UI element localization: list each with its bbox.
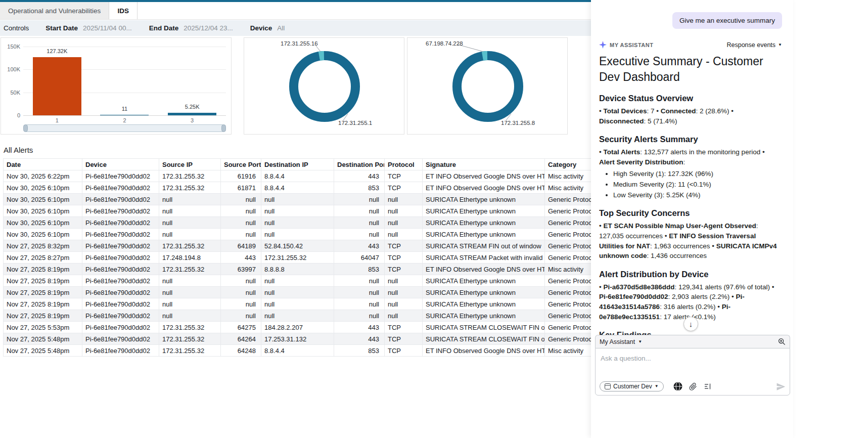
table-cell: ET INFO Observed Google DNS over HTTP... [423, 170, 545, 182]
table-cell: 443 [334, 170, 385, 182]
column-header[interactable]: Destination IP [261, 159, 334, 170]
table-cell: Nov 30, 2025 6:22pm [4, 170, 82, 182]
table-cell: Generic Protocol [545, 194, 591, 205]
send-button[interactable] [776, 382, 786, 391]
table-cell: SURICATA STREAM FIN out of window [423, 240, 545, 252]
filter-end-date-value[interactable]: 2025/12/04 23... [184, 24, 233, 32]
filter-device-value[interactable]: All [277, 24, 285, 32]
tab-ids[interactable]: IDS [109, 2, 138, 19]
table-cell: 853 [334, 182, 385, 194]
workspace-selector[interactable]: Customer Dev ▼ [600, 381, 664, 391]
table-cell: 64248 [221, 345, 261, 357]
table-row[interactable]: Nov 30, 2025 6:22pmPi-6e81fee790d0dd0217… [4, 170, 591, 182]
table-cell: null [261, 194, 334, 205]
range-slider-handle-left[interactable] [23, 124, 28, 132]
table-cell: ET INFO Observed Google DNS over HTTP... [423, 182, 545, 194]
assistant-list-item: Medium Severity (2): 11 (<0.1%) [613, 180, 782, 189]
table-row[interactable]: Nov 27, 2025 8:19pmPi-6e81fee790d0dd02nu… [4, 298, 591, 310]
destination-ip-donut-card: 67.198.74.228 172.31.255.8 [407, 37, 568, 135]
column-header[interactable]: Date [4, 159, 82, 170]
table-cell: Pi-6e81fee790d0dd02 [82, 345, 159, 357]
assistant-h2: Device Status Overview [599, 93, 782, 103]
column-header[interactable]: Source IP [159, 159, 221, 170]
column-header[interactable]: Destination Port [334, 159, 385, 170]
alerts-table-body: Nov 30, 2025 6:22pmPi-6e81fee790d0dd0217… [4, 170, 591, 357]
table-cell: Pi-6e81fee790d0dd02 [82, 298, 159, 310]
table-row[interactable]: Nov 30, 2025 6:10pmPi-6e81fee790d0dd02nu… [4, 194, 591, 205]
table-row[interactable]: Nov 30, 2025 6:10pmPi-6e81fee790d0dd02nu… [4, 229, 591, 240]
response-events-dropdown[interactable]: Response events ▼ [726, 41, 782, 49]
controls-label: Controls [4, 24, 29, 32]
expand-chat-button[interactable] [778, 338, 786, 345]
range-slider[interactable] [23, 124, 226, 132]
assistant-panel: Give me an executive summary MY ASSISTAN… [591, 0, 793, 438]
table-row[interactable]: Nov 27, 2025 8:32pmPi-6e81fee790d0dd0217… [4, 240, 591, 252]
assistant-h2: Top Security Concerns [599, 208, 782, 218]
table-cell: 17.248.194.8 [159, 252, 221, 264]
table-row[interactable]: Nov 27, 2025 8:19pmPi-6e81fee790d0dd02nu… [4, 310, 591, 322]
table-cell: null [221, 194, 261, 205]
donut-chart[interactable] [244, 38, 404, 134]
table-cell: 52.84.150.42 [261, 240, 334, 252]
prompts-button[interactable] [704, 382, 712, 390]
filter-start-date-value[interactable]: 2025/11/04 00... [83, 24, 132, 32]
table-cell: null [261, 310, 334, 322]
table-cell: null [221, 287, 261, 298]
table-cell: Generic Protocol [545, 217, 591, 229]
column-header[interactable]: Signature [423, 159, 545, 170]
table-cell: Nov 27, 2025 5:48pm [4, 345, 82, 357]
source-ip-donut-card: 172.31.255.16 172.31.255.1 [244, 37, 404, 135]
donut-slice-label: 172.31.255.16 [281, 40, 318, 47]
table-row[interactable]: Nov 27, 2025 5:48pmPi-6e81fee790d0dd0217… [4, 345, 591, 357]
table-cell: null [334, 298, 385, 310]
table-cell: Nov 27, 2025 8:19pm [4, 287, 82, 298]
table-row[interactable]: Nov 30, 2025 6:10pmPi-6e81fee790d0dd0217… [4, 182, 591, 194]
tab-operational-and-vulnerabilities[interactable]: Operational and Vulnerabilities [0, 2, 109, 19]
workspace-label: Customer Dev [613, 383, 652, 390]
donut-chart[interactable] [407, 38, 567, 134]
filter-start-date[interactable]: Start Date 2025/11/04 00... [45, 24, 131, 32]
assistant-p: • Total Alerts: 132,577 alerts in the mo… [599, 147, 782, 167]
bar-value-label: 127.32K [28, 48, 86, 54]
bar[interactable] [100, 115, 149, 115]
column-header[interactable]: Protocol [385, 159, 423, 170]
table-cell: Nov 27, 2025 5:48pm [4, 333, 82, 345]
table-row[interactable]: Nov 30, 2025 6:10pmPi-6e81fee790d0dd02nu… [4, 205, 591, 217]
sparkle-icon [599, 41, 607, 49]
web-search-button[interactable] [673, 382, 682, 391]
table-cell: Nov 27, 2025 8:19pm [4, 275, 82, 287]
table-row[interactable]: Nov 30, 2025 6:10pmPi-6e81fee790d0dd02nu… [4, 217, 591, 229]
table-cell: null [334, 275, 385, 287]
table-row[interactable]: Nov 27, 2025 8:19pmPi-6e81fee790d0dd02nu… [4, 275, 591, 287]
table-cell: Generic Protocol [545, 252, 591, 264]
column-header[interactable]: Device [82, 159, 159, 170]
donut-slice-label: 67.198.74.228 [426, 40, 463, 47]
table-row[interactable]: Nov 27, 2025 8:27pmPi-6e81fee790d0dd0217… [4, 252, 591, 264]
bar-chart-xlabels: 123 [23, 117, 226, 123]
bar[interactable] [33, 57, 81, 115]
table-row[interactable]: Nov 27, 2025 8:19pmPi-6e81fee790d0dd0217… [4, 264, 591, 275]
table-cell: null [221, 205, 261, 217]
alerts-table: DateDeviceSource IPSource PortDestinatio… [3, 158, 591, 357]
bar[interactable] [168, 113, 216, 115]
table-row[interactable]: Nov 27, 2025 5:53pmPi-6e81fee790d0dd0217… [4, 322, 591, 333]
table-cell: Misc activity [545, 170, 591, 182]
table-cell: 172.31.255.32 [159, 264, 221, 275]
question-input[interactable] [596, 348, 790, 368]
magnifier-plus-icon [778, 338, 786, 345]
assistant-selector[interactable]: My Assistant ▼ [600, 338, 642, 345]
filter-device[interactable]: Device All [250, 24, 285, 32]
range-slider-handle-right[interactable] [221, 124, 226, 132]
table-cell: SURICATA STREAM CLOSEWAIT FIN out of ... [423, 333, 545, 345]
column-header[interactable]: Source Port [221, 159, 261, 170]
attach-file-button[interactable] [689, 382, 697, 390]
table-cell: 853 [334, 264, 385, 275]
scroll-to-bottom-button[interactable]: ↓ [683, 317, 698, 331]
table-cell: Nov 30, 2025 6:10pm [4, 229, 82, 240]
filter-end-date[interactable]: End Date 2025/12/04 23... [149, 24, 233, 32]
table-row[interactable]: Nov 27, 2025 8:19pmPi-6e81fee790d0dd02nu… [4, 287, 591, 298]
table-row[interactable]: Nov 27, 2025 5:48pmPi-6e81fee790d0dd0217… [4, 333, 591, 345]
assistant-h1: Executive Summary - Customer Dev Dashboa… [599, 54, 782, 85]
column-header[interactable]: Category [545, 159, 591, 170]
table-cell: TCP [385, 333, 423, 345]
